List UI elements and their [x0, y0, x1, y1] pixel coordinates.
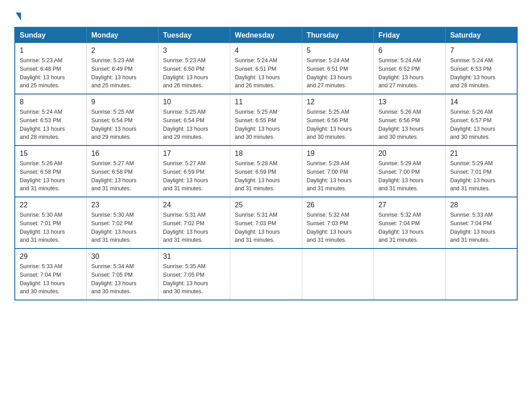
calendar-cell: 9 Sunrise: 5:25 AM Sunset: 6:54 PM Dayli… [86, 94, 158, 146]
day-info: Sunrise: 5:24 AM Sunset: 6:51 PM Dayligh… [235, 56, 297, 90]
day-number: 24 [163, 201, 225, 209]
day-number: 5 [307, 47, 369, 55]
day-info: Sunrise: 5:26 AM Sunset: 6:57 PM Dayligh… [450, 108, 512, 141]
calendar-cell: 15 Sunrise: 5:26 AM Sunset: 6:58 PM Dayl… [15, 146, 86, 197]
day-number: 2 [91, 47, 154, 55]
calendar-cell: 21 Sunrise: 5:29 AM Sunset: 7:01 PM Dayl… [446, 146, 517, 197]
calendar-cell: 17 Sunrise: 5:27 AM Sunset: 6:59 PM Dayl… [159, 146, 230, 197]
calendar-cell [446, 248, 517, 300]
day-info: Sunrise: 5:25 AM Sunset: 6:54 PM Dayligh… [91, 108, 154, 141]
day-number: 23 [91, 201, 154, 209]
day-info: Sunrise: 5:31 AM Sunset: 7:03 PM Dayligh… [235, 211, 297, 244]
calendar-cell: 2 Sunrise: 5:23 AM Sunset: 6:49 PM Dayli… [86, 43, 158, 94]
day-number: 28 [450, 201, 512, 209]
calendar-cell: 24 Sunrise: 5:31 AM Sunset: 7:02 PM Dayl… [159, 197, 230, 248]
calendar-cell: 16 Sunrise: 5:27 AM Sunset: 6:58 PM Dayl… [86, 146, 158, 197]
weekday-header-saturday: Saturday [446, 27, 517, 43]
calendar-cell: 8 Sunrise: 5:24 AM Sunset: 6:53 PM Dayli… [15, 94, 86, 146]
calendar-cell: 29 Sunrise: 5:33 AM Sunset: 7:04 PM Dayl… [15, 248, 86, 300]
calendar-cell: 30 Sunrise: 5:34 AM Sunset: 7:05 PM Dayl… [86, 248, 158, 300]
day-number: 10 [163, 98, 225, 106]
calendar-cell: 3 Sunrise: 5:23 AM Sunset: 6:50 PM Dayli… [159, 43, 230, 94]
calendar-cell: 7 Sunrise: 5:24 AM Sunset: 6:53 PM Dayli… [446, 43, 517, 94]
day-number: 1 [20, 47, 82, 55]
day-number: 4 [235, 47, 297, 55]
calendar-cell: 23 Sunrise: 5:30 AM Sunset: 7:02 PM Dayl… [86, 197, 158, 248]
day-number: 6 [378, 47, 441, 55]
logo [14, 11, 21, 19]
weekday-header-tuesday: Tuesday [159, 27, 230, 43]
calendar-cell: 26 Sunrise: 5:32 AM Sunset: 7:03 PM Dayl… [302, 197, 373, 248]
day-number: 13 [378, 98, 441, 106]
day-info: Sunrise: 5:23 AM Sunset: 6:48 PM Dayligh… [20, 56, 82, 90]
day-info: Sunrise: 5:33 AM Sunset: 7:04 PM Dayligh… [20, 262, 82, 296]
day-number: 16 [91, 150, 154, 158]
calendar-cell [230, 248, 302, 300]
day-number: 22 [20, 201, 82, 209]
weekday-header-wednesday: Wednesday [230, 27, 302, 43]
day-number: 21 [450, 150, 512, 158]
day-info: Sunrise: 5:32 AM Sunset: 7:04 PM Dayligh… [378, 211, 441, 244]
calendar-cell: 4 Sunrise: 5:24 AM Sunset: 6:51 PM Dayli… [230, 43, 302, 94]
calendar-cell: 11 Sunrise: 5:25 AM Sunset: 6:55 PM Dayl… [230, 94, 302, 146]
day-info: Sunrise: 5:30 AM Sunset: 7:02 PM Dayligh… [91, 211, 154, 244]
day-info: Sunrise: 5:23 AM Sunset: 6:49 PM Dayligh… [91, 56, 154, 90]
day-number: 30 [91, 253, 154, 261]
day-number: 8 [20, 98, 82, 106]
calendar-cell: 28 Sunrise: 5:33 AM Sunset: 7:04 PM Dayl… [446, 197, 517, 248]
day-info: Sunrise: 5:35 AM Sunset: 7:05 PM Dayligh… [163, 262, 225, 296]
day-number: 9 [91, 98, 154, 106]
day-number: 3 [163, 47, 225, 55]
day-number: 11 [235, 98, 297, 106]
day-info: Sunrise: 5:33 AM Sunset: 7:04 PM Dayligh… [450, 211, 512, 244]
day-number: 15 [20, 150, 82, 158]
calendar-cell: 18 Sunrise: 5:28 AM Sunset: 6:59 PM Dayl… [230, 146, 302, 197]
calendar-cell: 14 Sunrise: 5:26 AM Sunset: 6:57 PM Dayl… [446, 94, 517, 146]
calendar-cell: 27 Sunrise: 5:32 AM Sunset: 7:04 PM Dayl… [373, 197, 445, 248]
day-info: Sunrise: 5:23 AM Sunset: 6:50 PM Dayligh… [163, 56, 225, 90]
calendar-cell: 19 Sunrise: 5:28 AM Sunset: 7:00 PM Dayl… [302, 146, 373, 197]
weekday-header-friday: Friday [373, 27, 445, 43]
day-info: Sunrise: 5:28 AM Sunset: 7:00 PM Dayligh… [307, 159, 369, 193]
day-number: 12 [307, 98, 369, 106]
day-number: 26 [307, 201, 369, 209]
calendar-cell: 25 Sunrise: 5:31 AM Sunset: 7:03 PM Dayl… [230, 197, 302, 248]
day-info: Sunrise: 5:27 AM Sunset: 6:59 PM Dayligh… [163, 159, 225, 193]
day-info: Sunrise: 5:26 AM Sunset: 6:58 PM Dayligh… [20, 159, 82, 193]
day-info: Sunrise: 5:30 AM Sunset: 7:01 PM Dayligh… [20, 211, 82, 244]
calendar-cell: 6 Sunrise: 5:24 AM Sunset: 6:52 PM Dayli… [373, 43, 445, 94]
day-number: 14 [450, 98, 512, 106]
calendar-cell: 22 Sunrise: 5:30 AM Sunset: 7:01 PM Dayl… [15, 197, 86, 248]
day-info: Sunrise: 5:34 AM Sunset: 7:05 PM Dayligh… [91, 262, 154, 296]
weekday-header-thursday: Thursday [302, 27, 373, 43]
day-number: 18 [235, 150, 297, 158]
day-info: Sunrise: 5:25 AM Sunset: 6:56 PM Dayligh… [307, 108, 369, 141]
calendar-cell: 13 Sunrise: 5:26 AM Sunset: 6:56 PM Dayl… [373, 94, 445, 146]
day-info: Sunrise: 5:24 AM Sunset: 6:53 PM Dayligh… [20, 108, 82, 141]
day-info: Sunrise: 5:27 AM Sunset: 6:58 PM Dayligh… [91, 159, 154, 193]
page-header [14, 11, 518, 19]
day-number: 25 [235, 201, 297, 209]
day-info: Sunrise: 5:32 AM Sunset: 7:03 PM Dayligh… [307, 211, 369, 244]
calendar-cell: 31 Sunrise: 5:35 AM Sunset: 7:05 PM Dayl… [159, 248, 230, 300]
calendar-cell: 20 Sunrise: 5:29 AM Sunset: 7:00 PM Dayl… [373, 146, 445, 197]
day-info: Sunrise: 5:24 AM Sunset: 6:52 PM Dayligh… [378, 56, 441, 90]
day-number: 29 [20, 253, 82, 261]
calendar-cell [373, 248, 445, 300]
day-info: Sunrise: 5:29 AM Sunset: 7:00 PM Dayligh… [378, 159, 441, 193]
day-number: 19 [307, 150, 369, 158]
calendar-cell: 1 Sunrise: 5:23 AM Sunset: 6:48 PM Dayli… [15, 43, 86, 94]
day-info: Sunrise: 5:24 AM Sunset: 6:51 PM Dayligh… [307, 56, 369, 90]
day-number: 27 [378, 201, 441, 209]
weekday-header-monday: Monday [86, 27, 158, 43]
calendar-cell [302, 248, 373, 300]
day-info: Sunrise: 5:24 AM Sunset: 6:53 PM Dayligh… [450, 56, 512, 90]
day-number: 20 [378, 150, 441, 158]
day-info: Sunrise: 5:26 AM Sunset: 6:56 PM Dayligh… [378, 108, 441, 141]
logo-arrow-icon [16, 13, 21, 21]
day-info: Sunrise: 5:29 AM Sunset: 7:01 PM Dayligh… [450, 159, 512, 193]
day-number: 31 [163, 253, 225, 261]
day-info: Sunrise: 5:31 AM Sunset: 7:02 PM Dayligh… [163, 211, 225, 244]
day-info: Sunrise: 5:28 AM Sunset: 6:59 PM Dayligh… [235, 159, 297, 193]
weekday-header-sunday: Sunday [15, 27, 86, 43]
